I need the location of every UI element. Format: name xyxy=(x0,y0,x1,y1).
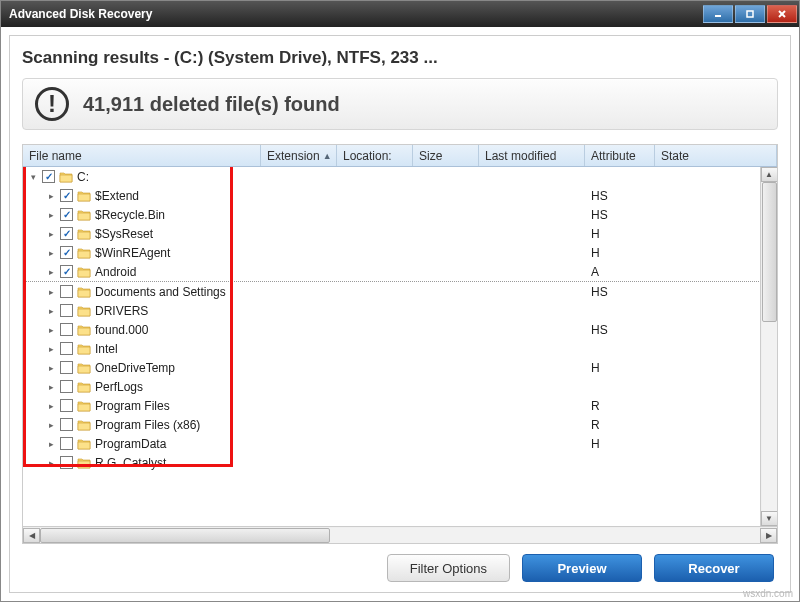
col-state[interactable]: State xyxy=(655,145,777,166)
expander-icon[interactable]: ▸ xyxy=(47,248,56,257)
window-minimize-button[interactable] xyxy=(703,5,733,23)
cell-attribute: HS xyxy=(585,285,655,299)
vertical-scrollbar[interactable]: ▲ ▼ xyxy=(760,167,777,526)
table-row[interactable]: ▸found.000HS xyxy=(23,320,777,339)
table-row[interactable]: ▾C: xyxy=(23,167,777,186)
preview-button[interactable]: Preview xyxy=(522,554,642,582)
row-checkbox[interactable] xyxy=(60,208,73,221)
row-checkbox[interactable] xyxy=(60,456,73,469)
expander-icon[interactable]: ▸ xyxy=(47,229,56,238)
expander-icon[interactable]: ▸ xyxy=(47,325,56,334)
row-filename: $SysReset xyxy=(95,227,153,241)
expander-icon[interactable]: ▸ xyxy=(47,344,56,353)
row-checkbox[interactable] xyxy=(60,361,73,374)
folder-icon xyxy=(77,305,91,317)
scroll-track-h[interactable] xyxy=(40,528,760,543)
expander-icon[interactable]: ▸ xyxy=(47,191,56,200)
summary-bar: ! 41,911 deleted file(s) found xyxy=(22,78,778,130)
expander-icon[interactable]: ▸ xyxy=(47,267,56,276)
scroll-left-button[interactable]: ◀ xyxy=(23,528,40,543)
row-checkbox[interactable] xyxy=(60,265,73,278)
cell-attribute: H xyxy=(585,361,655,375)
table-row[interactable]: ▸Program Files (x86)R xyxy=(23,415,777,434)
expander-icon[interactable]: ▸ xyxy=(47,363,56,372)
cell-attribute: H xyxy=(585,437,655,451)
expander-icon[interactable]: ▸ xyxy=(47,401,56,410)
expander-icon[interactable]: ▸ xyxy=(47,420,56,429)
row-checkbox[interactable] xyxy=(60,380,73,393)
row-filename: Intel xyxy=(95,342,118,356)
scroll-up-button[interactable]: ▲ xyxy=(761,167,778,182)
expander-icon[interactable]: ▸ xyxy=(47,306,56,315)
horizontal-scrollbar[interactable]: ◀ ▶ xyxy=(23,526,777,543)
table-row[interactable]: ▸$WinREAgentH xyxy=(23,243,777,262)
table-row[interactable]: ▸$Recycle.BinHS xyxy=(23,205,777,224)
table-row[interactable]: ▸R.G. Catalyst xyxy=(23,453,777,472)
row-checkbox[interactable] xyxy=(60,323,73,336)
alert-icon: ! xyxy=(35,87,69,121)
row-filename: Program Files xyxy=(95,399,170,413)
scroll-down-button[interactable]: ▼ xyxy=(761,511,778,526)
folder-icon xyxy=(77,228,91,240)
table-row[interactable]: ▸Program FilesR xyxy=(23,396,777,415)
window-maximize-button[interactable] xyxy=(735,5,765,23)
folder-icon xyxy=(77,247,91,259)
table-row[interactable]: ▸Intel xyxy=(23,339,777,358)
col-filename[interactable]: File name xyxy=(23,145,261,166)
table-row[interactable]: ▸Documents and SettingsHS xyxy=(23,282,777,301)
window-close-button[interactable] xyxy=(767,5,797,23)
table-row[interactable]: ▸PerfLogs xyxy=(23,377,777,396)
row-checkbox[interactable] xyxy=(60,418,73,431)
expander-icon[interactable]: ▸ xyxy=(47,382,56,391)
row-filename: R.G. Catalyst xyxy=(95,456,166,470)
col-location[interactable]: Location: xyxy=(337,145,413,166)
col-extension[interactable]: Extension▲ xyxy=(261,145,337,166)
table-row[interactable]: ▸OneDriveTempH xyxy=(23,358,777,377)
row-checkbox[interactable] xyxy=(60,342,73,355)
row-checkbox[interactable] xyxy=(60,437,73,450)
folder-icon xyxy=(77,324,91,336)
folder-icon xyxy=(77,457,91,469)
table-row[interactable]: ▸AndroidA xyxy=(23,262,777,281)
expander-icon[interactable]: ▸ xyxy=(47,439,56,448)
col-size[interactable]: Size xyxy=(413,145,479,166)
cell-attribute: HS xyxy=(585,189,655,203)
cell-attribute: R xyxy=(585,418,655,432)
row-checkbox[interactable] xyxy=(60,285,73,298)
expander-icon[interactable]: ▸ xyxy=(47,210,56,219)
footer: Filter Options Preview Recover xyxy=(22,544,778,586)
table-row[interactable]: ▸DRIVERS xyxy=(23,301,777,320)
col-attribute[interactable]: Attribute xyxy=(585,145,655,166)
scroll-thumb-h[interactable] xyxy=(40,528,330,543)
folder-icon xyxy=(59,171,73,183)
scroll-right-button[interactable]: ▶ xyxy=(760,528,777,543)
scroll-thumb-v[interactable] xyxy=(762,182,777,322)
filter-options-button[interactable]: Filter Options xyxy=(387,554,510,582)
expander-icon[interactable]: ▸ xyxy=(47,287,56,296)
col-modified[interactable]: Last modified xyxy=(479,145,585,166)
scroll-track-v[interactable] xyxy=(762,182,777,511)
row-checkbox[interactable] xyxy=(60,304,73,317)
summary-text: 41,911 deleted file(s) found xyxy=(83,93,340,116)
row-filename: Documents and Settings xyxy=(95,285,226,299)
folder-icon xyxy=(77,419,91,431)
row-checkbox[interactable] xyxy=(60,227,73,240)
expander-icon[interactable]: ▾ xyxy=(29,172,38,181)
results-grid: File name Extension▲ Location: Size Last… xyxy=(22,144,778,544)
row-filename: Android xyxy=(95,265,136,279)
folder-icon xyxy=(77,400,91,412)
row-checkbox[interactable] xyxy=(42,170,55,183)
grid-body: ▾C:▸$ExtendHS▸$Recycle.BinHS▸$SysResetH▸… xyxy=(23,167,777,526)
row-checkbox[interactable] xyxy=(60,399,73,412)
app-window: Advanced Disk Recovery Scanning results … xyxy=(0,0,800,602)
row-checkbox[interactable] xyxy=(60,189,73,202)
page-title: Scanning results - (C:) (System Drive), … xyxy=(22,48,778,68)
recover-button[interactable]: Recover xyxy=(654,554,774,582)
table-row[interactable]: ▸$SysResetH xyxy=(23,224,777,243)
table-row[interactable]: ▸ProgramDataH xyxy=(23,434,777,453)
table-row[interactable]: ▸$ExtendHS xyxy=(23,186,777,205)
expander-icon[interactable]: ▸ xyxy=(47,458,56,467)
row-checkbox[interactable] xyxy=(60,246,73,259)
svg-rect-1 xyxy=(747,11,753,17)
cell-attribute: H xyxy=(585,227,655,241)
